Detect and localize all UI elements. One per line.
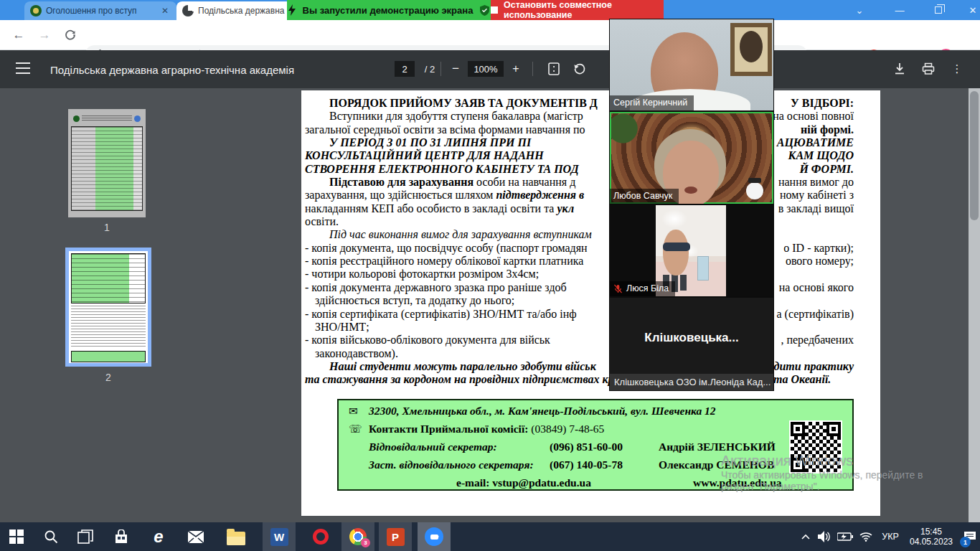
watermark-line: Активация Windows	[721, 453, 923, 469]
print-icon[interactable]	[920, 60, 937, 77]
stop-share-button[interactable]: Остановить совместное использование	[491, 0, 664, 20]
video-tile-lyusya[interactable]: Люся Біла	[609, 204, 774, 297]
thumb-table	[71, 126, 143, 211]
edge-icon[interactable]: e	[142, 522, 175, 551]
pdf-site-favicon-icon	[182, 5, 194, 17]
windows-activation-watermark: Активация Windows Чтобы активировать Win…	[721, 453, 923, 492]
scrollbar[interactable]	[969, 88, 980, 522]
stop-icon	[491, 6, 498, 14]
hamburger-icon[interactable]	[16, 62, 30, 74]
tray-chevron-icon[interactable]	[798, 522, 814, 551]
rotate-icon[interactable]	[571, 60, 588, 77]
watermark-line: Чтобы активировать Windows, перейдите в	[721, 469, 923, 481]
mail-icon[interactable]	[179, 522, 212, 551]
word-icon[interactable]: W	[263, 522, 296, 551]
thumbnail-1-label: 1	[64, 222, 150, 233]
action-center-icon[interactable]: 1	[960, 522, 980, 551]
address-bar: ← → Не конфіденційний pdatu.edu.ua/image…	[0, 20, 980, 50]
screen-share-banner-text: Вы запустили демонстрацию экрана	[303, 5, 473, 16]
contact-email: e-mail: vstup@pdatu.edu.ua	[456, 476, 591, 489]
wifi-icon[interactable]	[857, 522, 875, 551]
page-thumbnail-1[interactable]	[68, 109, 146, 217]
download-icon[interactable]	[891, 60, 908, 77]
zoom-video-overlay[interactable]: Сергій Керничний Любов Савчук Люся Біла …	[609, 19, 774, 391]
contact-phone-row: ☏Контакти Приймальної комісії: (03849) 7…	[349, 423, 604, 435]
background-door	[697, 256, 709, 281]
video-tile-klishkovetska[interactable]: Клішковецька... Клішковецька ОЗО ім.Леон…	[609, 297, 774, 391]
participant-name-label: Люся Біла	[626, 283, 669, 293]
lightning-icon	[288, 4, 296, 16]
zoom-level-value: 100%	[468, 61, 504, 77]
stop-share-label: Остановить совместное использование	[504, 0, 664, 20]
forward-icon[interactable]: →	[34, 25, 55, 45]
store-icon[interactable]	[105, 522, 138, 551]
reload-icon[interactable]	[60, 25, 80, 45]
chrome-badge: 3	[361, 538, 370, 547]
powerpoint-icon[interactable]: P	[379, 522, 412, 551]
zoom-app-icon[interactable]	[418, 522, 451, 551]
fit-page-icon[interactable]	[545, 60, 562, 77]
participant-face	[663, 230, 689, 276]
pdf-document-title: Подільська державна аграрно-технічна ака…	[50, 64, 294, 76]
thumb-table	[71, 253, 146, 303]
toolbar-divider	[440, 62, 441, 76]
page-total-label: / 2	[419, 61, 440, 77]
clock[interactable]: 15:45 04.05.2023	[905, 522, 957, 551]
thumbnail-2-label: 2	[65, 372, 151, 383]
chrome-icon[interactable]: 3	[341, 522, 374, 551]
participant-name-label: Любов Савчук	[610, 189, 679, 204]
deputy-phone: (067) 140-05-78	[550, 458, 659, 471]
secretary-row: Відповідальний секретар:(096) 851-60-00А…	[349, 441, 776, 453]
volume-icon[interactable]	[815, 522, 834, 551]
envelope-icon: ✉	[349, 405, 369, 418]
battery-icon[interactable]	[835, 522, 855, 551]
contact-address-row: ✉32300, Хмельницька обл., м. Кам'янець-П…	[349, 405, 716, 418]
secretary-name: Андрій ЗЕЛЕНСЬКИЙ	[659, 441, 776, 453]
zoom-in-icon[interactable]: +	[508, 61, 524, 77]
video-tile-lyubov-active[interactable]: Любов Савчук	[609, 111, 774, 204]
thumb-logo-right	[134, 116, 141, 122]
tab-ogoloshennya[interactable]: Оголошення про вступ ✕	[24, 1, 176, 20]
snowman-mug	[746, 182, 763, 199]
pdf-toolbar: Подільська державна аграрно-технічна ака…	[0, 50, 980, 88]
notification-badge: 1	[960, 537, 971, 547]
pdf-more-icon[interactable]: ⋮	[948, 60, 966, 77]
file-explorer-icon[interactable]	[220, 522, 253, 551]
university-logo-icon	[30, 5, 42, 17]
language-indicator[interactable]: УКР	[877, 522, 904, 551]
contact-phone-label: Контакти Приймальної комісії:	[369, 423, 528, 435]
secretary-phone: (096) 851-60-00	[550, 441, 659, 453]
deputy-row: Заст. відповідального секретаря:(067) 14…	[349, 458, 774, 471]
page-number-input[interactable]	[395, 61, 415, 77]
tray-date: 04.05.2023	[910, 537, 953, 547]
shield-check-icon	[480, 5, 489, 16]
window-restore-button[interactable]	[924, 0, 953, 20]
window-minimize-button[interactable]: —	[885, 0, 914, 20]
scrollbar-thumb[interactable]	[970, 91, 979, 220]
task-view-icon[interactable]	[69, 522, 102, 551]
participant-name-label: Клішковецька ОЗО ім.Леоніда Кад...	[610, 374, 773, 390]
tab-search-chevron-icon[interactable]: ⌄	[845, 0, 874, 20]
start-icon[interactable]	[0, 522, 33, 551]
tray-time: 15:45	[920, 527, 942, 537]
tab-close-icon[interactable]: ✕	[159, 6, 171, 16]
browser-title-bar: Оголошення про вступ ✕ Подільська держав…	[0, 0, 980, 20]
back-icon[interactable]: ←	[9, 25, 29, 45]
participant-display-name: Клішковецька...	[610, 331, 773, 345]
video-tile-sergiy[interactable]: Сергій Керничний	[609, 19, 774, 111]
sunglasses	[663, 242, 690, 251]
thumb-contact-box	[71, 351, 146, 362]
search-icon[interactable]	[34, 522, 67, 551]
participant-mouth	[684, 187, 697, 194]
tab-title: Оголошення про вступ	[46, 6, 155, 16]
screen-share-banner: Вы запустили демонстрацию экрана	[287, 0, 491, 20]
window-close-button[interactable]: ✕	[958, 0, 980, 20]
opera-icon[interactable]	[304, 522, 337, 551]
contact-address: 32300, Хмельницька обл., м. Кам'янець-По…	[369, 405, 716, 417]
windows-taskbar: e W 3 P УКР 15:45 04.05.2023 1	[0, 522, 980, 551]
secretary-label: Відповідальний секретар:	[369, 441, 550, 453]
phone-icon: ☏	[349, 423, 369, 435]
deputy-label: Заст. відповідального секретаря:	[369, 458, 550, 471]
zoom-out-icon[interactable]: −	[448, 61, 463, 77]
page-thumbnail-2-selected[interactable]	[65, 248, 151, 367]
